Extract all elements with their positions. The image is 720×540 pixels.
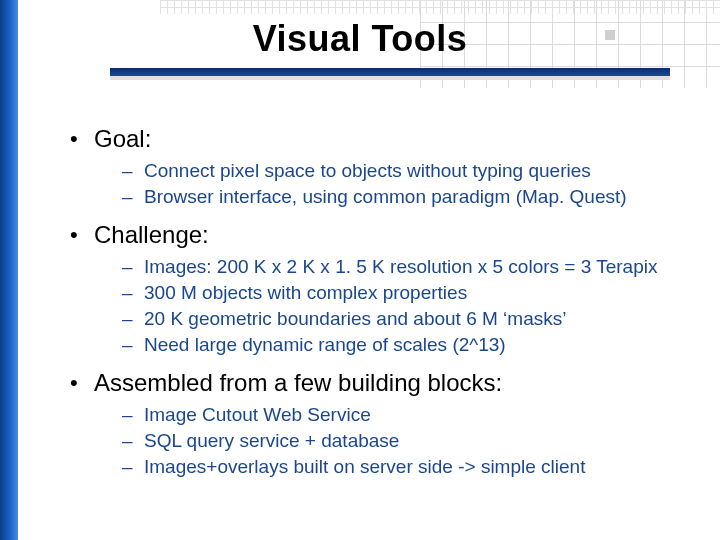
bullet-icon: • [70, 125, 94, 153]
bullet-icon: • [70, 221, 94, 249]
content-area: • Goal: –Connect pixel space to objects … [70, 125, 690, 491]
item-text: Need large dynamic range of scales (2^13… [144, 333, 506, 357]
dash-icon: – [122, 281, 144, 305]
section-blocks: • Assembled from a few building blocks: … [70, 369, 690, 479]
list-item: –Connect pixel space to objects without … [122, 159, 690, 183]
item-text: Image Cutout Web Service [144, 403, 371, 427]
title-rule-dark [110, 68, 670, 76]
subitems: –Connect pixel space to objects without … [122, 159, 690, 209]
subitems: –Images: 200 K x 2 K x 1. 5 K resolution… [122, 255, 690, 357]
dash-icon: – [122, 429, 144, 453]
dash-icon: – [122, 255, 144, 279]
dash-icon: – [122, 185, 144, 209]
section-goal: • Goal: –Connect pixel space to objects … [70, 125, 690, 209]
section-heading: Goal: [94, 125, 151, 153]
list-item: –Image Cutout Web Service [122, 403, 690, 427]
slide-title: Visual Tools [0, 18, 720, 60]
list-item: –SQL query service + database [122, 429, 690, 453]
list-item: –300 M objects with complex properties [122, 281, 690, 305]
subitems: –Image Cutout Web Service –SQL query ser… [122, 403, 690, 479]
list-item: –20 K geometric boundaries and about 6 M… [122, 307, 690, 331]
item-text: Browser interface, using common paradigm… [144, 185, 627, 209]
slide: Visual Tools • Goal: –Connect pixel spac… [0, 0, 720, 540]
title-rule-light [110, 76, 670, 80]
dash-icon: – [122, 307, 144, 331]
list-item: –Images: 200 K x 2 K x 1. 5 K resolution… [122, 255, 690, 279]
list-item: –Images+overlays built on server side ->… [122, 455, 690, 479]
left-accent-bar [0, 0, 18, 540]
list-item: –Browser interface, using common paradig… [122, 185, 690, 209]
item-text: Images: 200 K x 2 K x 1. 5 K resolution … [144, 255, 657, 279]
item-text: 20 K geometric boundaries and about 6 M … [144, 307, 566, 331]
item-text: 300 M objects with complex properties [144, 281, 467, 305]
section-heading: Assembled from a few building blocks: [94, 369, 502, 397]
title-container: Visual Tools [0, 18, 720, 60]
item-text: Images+overlays built on server side -> … [144, 455, 585, 479]
bullet-list: • Goal: –Connect pixel space to objects … [70, 125, 690, 479]
item-text: SQL query service + database [144, 429, 399, 453]
list-item: –Need large dynamic range of scales (2^1… [122, 333, 690, 357]
bullet-icon: • [70, 369, 94, 397]
dash-icon: – [122, 159, 144, 183]
dash-icon: – [122, 403, 144, 427]
section-challenge: • Challenge: –Images: 200 K x 2 K x 1. 5… [70, 221, 690, 357]
dash-icon: – [122, 455, 144, 479]
section-heading: Challenge: [94, 221, 209, 249]
dash-icon: – [122, 333, 144, 357]
item-text: Connect pixel space to objects without t… [144, 159, 591, 183]
